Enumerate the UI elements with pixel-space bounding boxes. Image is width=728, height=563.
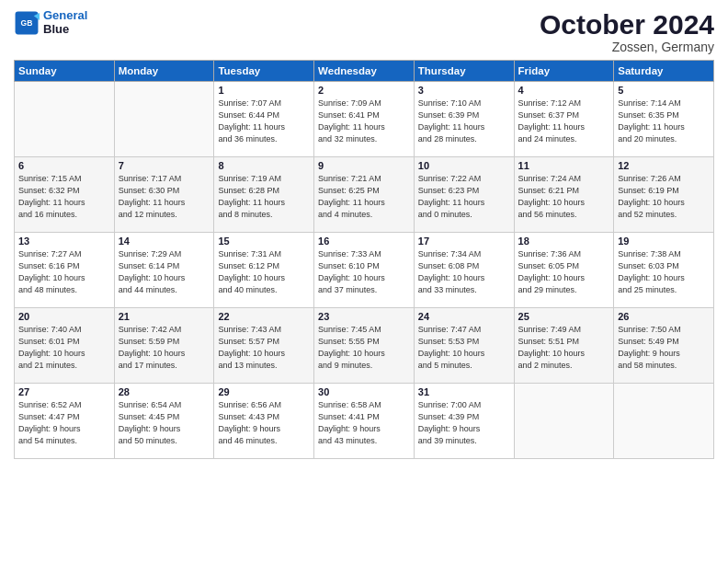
- day-number: 14: [119, 236, 210, 247]
- calendar-cell: 7Sunrise: 7:17 AM Sunset: 6:30 PM Daylig…: [114, 157, 214, 233]
- calendar-cell: 19Sunrise: 7:38 AM Sunset: 6:03 PM Dayli…: [614, 233, 714, 308]
- calendar-cell: 17Sunrise: 7:34 AM Sunset: 6:08 PM Dayli…: [414, 233, 514, 308]
- calendar-cell: 5Sunrise: 7:14 AM Sunset: 6:35 PM Daylig…: [614, 82, 714, 157]
- day-info: Sunrise: 7:49 AM Sunset: 5:51 PM Dayligh…: [518, 324, 610, 372]
- calendar-cell: 14Sunrise: 7:29 AM Sunset: 6:14 PM Dayli…: [114, 233, 214, 308]
- calendar-cell: 22Sunrise: 7:43 AM Sunset: 5:57 PM Dayli…: [214, 308, 314, 384]
- day-info: Sunrise: 7:15 AM Sunset: 6:32 PM Dayligh…: [18, 173, 110, 221]
- weekday-header-friday: Friday: [514, 61, 614, 82]
- day-number: 25: [518, 311, 610, 322]
- day-info: Sunrise: 7:34 AM Sunset: 6:08 PM Dayligh…: [418, 248, 510, 296]
- calendar-table: SundayMondayTuesdayWednesdayThursdayFrid…: [14, 60, 714, 459]
- day-number: 8: [218, 160, 310, 171]
- logo-text: General Blue: [43, 9, 87, 37]
- day-info: Sunrise: 7:43 AM Sunset: 5:57 PM Dayligh…: [218, 324, 310, 372]
- calendar-cell: 26Sunrise: 7:50 AM Sunset: 5:49 PM Dayli…: [614, 308, 714, 384]
- day-number: 15: [218, 236, 310, 247]
- day-number: 3: [418, 85, 510, 96]
- logo-line2: Blue: [43, 22, 69, 36]
- calendar-cell: 15Sunrise: 7:31 AM Sunset: 6:12 PM Dayli…: [214, 233, 314, 308]
- day-info: Sunrise: 7:21 AM Sunset: 6:25 PM Dayligh…: [318, 173, 410, 221]
- day-info: Sunrise: 7:09 AM Sunset: 6:41 PM Dayligh…: [318, 98, 410, 145]
- day-info: Sunrise: 7:12 AM Sunset: 6:37 PM Dayligh…: [518, 98, 610, 145]
- calendar-cell: [15, 82, 115, 157]
- day-info: Sunrise: 7:07 AM Sunset: 6:44 PM Dayligh…: [218, 98, 310, 145]
- weekday-header-wednesday: Wednesday: [314, 61, 415, 82]
- logo-icon: GB: [14, 10, 40, 36]
- calendar-cell: 27Sunrise: 6:52 AM Sunset: 4:47 PM Dayli…: [15, 384, 115, 459]
- day-info: Sunrise: 7:33 AM Sunset: 6:10 PM Dayligh…: [318, 248, 410, 296]
- weekday-header-thursday: Thursday: [414, 61, 514, 82]
- calendar-cell: 8Sunrise: 7:19 AM Sunset: 6:28 PM Daylig…: [214, 157, 314, 233]
- day-number: 5: [618, 85, 710, 96]
- day-number: 18: [518, 236, 610, 247]
- day-info: Sunrise: 6:56 AM Sunset: 4:43 PM Dayligh…: [218, 399, 310, 447]
- header: GB General Blue October 2024 Zossen, Ger…: [14, 9, 714, 54]
- calendar-page: GB General Blue October 2024 Zossen, Ger…: [0, 0, 728, 563]
- day-info: Sunrise: 7:36 AM Sunset: 6:05 PM Dayligh…: [518, 248, 610, 296]
- day-info: Sunrise: 7:22 AM Sunset: 6:23 PM Dayligh…: [418, 173, 510, 221]
- day-number: 16: [318, 236, 410, 247]
- day-number: 10: [418, 160, 510, 171]
- day-number: 9: [318, 160, 410, 171]
- weekday-header-saturday: Saturday: [614, 61, 714, 82]
- day-info: Sunrise: 7:50 AM Sunset: 5:49 PM Dayligh…: [618, 324, 710, 372]
- day-number: 27: [18, 386, 110, 397]
- calendar-cell: 11Sunrise: 7:24 AM Sunset: 6:21 PM Dayli…: [514, 157, 614, 233]
- calendar-cell: 6Sunrise: 7:15 AM Sunset: 6:32 PM Daylig…: [15, 157, 115, 233]
- svg-text:GB: GB: [21, 18, 33, 28]
- day-number: 11: [518, 160, 610, 171]
- weekday-header-monday: Monday: [114, 61, 214, 82]
- day-info: Sunrise: 7:24 AM Sunset: 6:21 PM Dayligh…: [518, 173, 610, 221]
- day-info: Sunrise: 6:52 AM Sunset: 4:47 PM Dayligh…: [18, 399, 110, 447]
- day-number: 7: [119, 160, 210, 171]
- day-info: Sunrise: 6:58 AM Sunset: 4:41 PM Dayligh…: [318, 399, 410, 447]
- calendar-cell: 30Sunrise: 6:58 AM Sunset: 4:41 PM Dayli…: [314, 384, 415, 459]
- day-info: Sunrise: 7:17 AM Sunset: 6:30 PM Dayligh…: [119, 173, 210, 221]
- calendar-cell: 1Sunrise: 7:07 AM Sunset: 6:44 PM Daylig…: [214, 82, 314, 157]
- day-number: 12: [618, 160, 710, 171]
- calendar-cell: 21Sunrise: 7:42 AM Sunset: 5:59 PM Dayli…: [114, 308, 214, 384]
- day-info: Sunrise: 7:42 AM Sunset: 5:59 PM Dayligh…: [119, 324, 210, 372]
- day-info: Sunrise: 7:29 AM Sunset: 6:14 PM Dayligh…: [119, 248, 210, 296]
- calendar-cell: 20Sunrise: 7:40 AM Sunset: 6:01 PM Dayli…: [15, 308, 115, 384]
- day-info: Sunrise: 7:47 AM Sunset: 5:53 PM Dayligh…: [418, 324, 510, 372]
- day-number: 31: [418, 386, 510, 397]
- day-info: Sunrise: 6:54 AM Sunset: 4:45 PM Dayligh…: [119, 399, 210, 447]
- calendar-cell: 12Sunrise: 7:26 AM Sunset: 6:19 PM Dayli…: [614, 157, 714, 233]
- day-number: 26: [618, 311, 710, 322]
- day-info: Sunrise: 7:38 AM Sunset: 6:03 PM Dayligh…: [618, 248, 710, 296]
- day-info: Sunrise: 7:00 AM Sunset: 4:39 PM Dayligh…: [418, 399, 510, 447]
- day-number: 2: [318, 85, 410, 96]
- day-number: 4: [518, 85, 610, 96]
- calendar-cell: 10Sunrise: 7:22 AM Sunset: 6:23 PM Dayli…: [414, 157, 514, 233]
- day-number: 19: [618, 236, 710, 247]
- day-info: Sunrise: 7:45 AM Sunset: 5:55 PM Dayligh…: [318, 324, 410, 372]
- calendar-cell: 24Sunrise: 7:47 AM Sunset: 5:53 PM Dayli…: [414, 308, 514, 384]
- day-number: 22: [218, 311, 310, 322]
- day-number: 6: [18, 160, 110, 171]
- calendar-cell: 9Sunrise: 7:21 AM Sunset: 6:25 PM Daylig…: [314, 157, 415, 233]
- day-number: 21: [119, 311, 210, 322]
- title-block: October 2024 Zossen, Germany: [540, 9, 714, 54]
- day-info: Sunrise: 7:14 AM Sunset: 6:35 PM Dayligh…: [618, 98, 710, 145]
- location: Zossen, Germany: [540, 40, 714, 54]
- day-number: 30: [318, 386, 410, 397]
- day-info: Sunrise: 7:19 AM Sunset: 6:28 PM Dayligh…: [218, 173, 310, 221]
- month-title: October 2024: [540, 9, 714, 40]
- day-number: 20: [18, 311, 110, 322]
- day-number: 1: [218, 85, 310, 96]
- calendar-cell: [614, 384, 714, 459]
- day-number: 17: [418, 236, 510, 247]
- calendar-cell: 28Sunrise: 6:54 AM Sunset: 4:45 PM Dayli…: [114, 384, 214, 459]
- day-info: Sunrise: 7:40 AM Sunset: 6:01 PM Dayligh…: [18, 324, 110, 372]
- calendar-cell: [114, 82, 214, 157]
- calendar-cell: 13Sunrise: 7:27 AM Sunset: 6:16 PM Dayli…: [15, 233, 115, 308]
- calendar-cell: 31Sunrise: 7:00 AM Sunset: 4:39 PM Dayli…: [414, 384, 514, 459]
- calendar-cell: 4Sunrise: 7:12 AM Sunset: 6:37 PM Daylig…: [514, 82, 614, 157]
- calendar-cell: [514, 384, 614, 459]
- day-info: Sunrise: 7:26 AM Sunset: 6:19 PM Dayligh…: [618, 173, 710, 221]
- calendar-cell: 23Sunrise: 7:45 AM Sunset: 5:55 PM Dayli…: [314, 308, 415, 384]
- day-info: Sunrise: 7:27 AM Sunset: 6:16 PM Dayligh…: [18, 248, 110, 296]
- day-number: 23: [318, 311, 410, 322]
